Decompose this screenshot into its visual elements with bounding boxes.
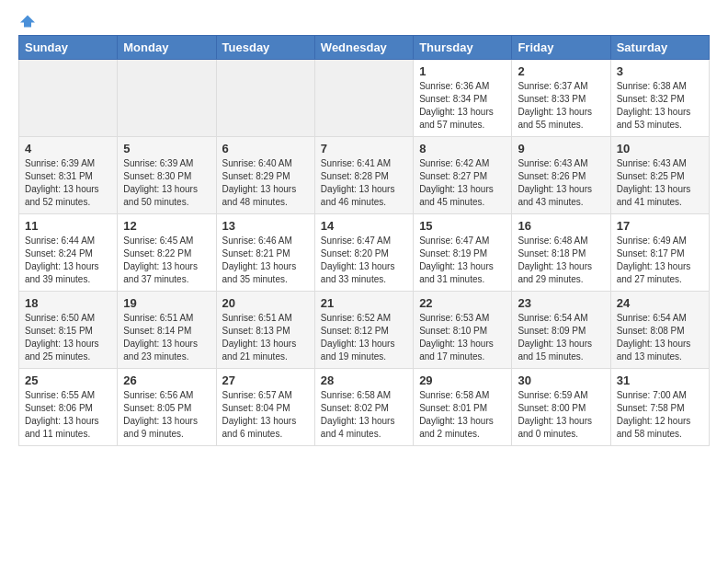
day-number: 24	[617, 296, 703, 310]
calendar-cell: 18Sunrise: 6:50 AM Sunset: 8:15 PM Dayli…	[19, 292, 118, 369]
calendar-cell: 21Sunrise: 6:52 AM Sunset: 8:12 PM Dayli…	[314, 292, 413, 369]
calendar-cell	[314, 60, 413, 137]
calendar-cell: 24Sunrise: 6:54 AM Sunset: 8:08 PM Dayli…	[610, 292, 709, 369]
calendar-cell: 8Sunrise: 6:42 AM Sunset: 8:27 PM Daylig…	[414, 137, 512, 214]
calendar-cell: 10Sunrise: 6:43 AM Sunset: 8:25 PM Dayli…	[610, 137, 709, 214]
calendar-cell: 26Sunrise: 6:56 AM Sunset: 8:05 PM Dayli…	[118, 369, 216, 446]
calendar-header-row: SundayMondayTuesdayWednesdayThursdayFrid…	[19, 36, 710, 60]
day-number: 22	[419, 296, 506, 310]
calendar-cell: 28Sunrise: 6:58 AM Sunset: 8:02 PM Dayli…	[314, 369, 413, 446]
day-detail: Sunrise: 6:49 AM Sunset: 8:17 PM Dayligh…	[617, 235, 703, 286]
calendar-cell: 22Sunrise: 6:53 AM Sunset: 8:10 PM Dayli…	[414, 292, 512, 369]
calendar-cell: 2Sunrise: 6:37 AM Sunset: 8:33 PM Daylig…	[512, 60, 610, 137]
day-detail: Sunrise: 6:55 AM Sunset: 8:06 PM Dayligh…	[25, 389, 111, 441]
day-number: 5	[123, 142, 210, 155]
day-detail: Sunrise: 6:53 AM Sunset: 8:10 PM Dayligh…	[419, 312, 506, 363]
day-number: 27	[222, 373, 309, 387]
day-number: 16	[518, 219, 604, 233]
calendar-header-sunday: Sunday	[19, 36, 118, 60]
calendar-header-thursday: Thursday	[414, 36, 512, 60]
day-number: 13	[222, 219, 309, 233]
day-detail: Sunrise: 6:54 AM Sunset: 8:08 PM Dayligh…	[617, 312, 703, 363]
calendar-cell: 29Sunrise: 6:58 AM Sunset: 8:01 PM Dayli…	[414, 369, 512, 446]
calendar-header-monday: Monday	[118, 36, 216, 60]
day-detail: Sunrise: 6:43 AM Sunset: 8:25 PM Dayligh…	[617, 157, 703, 209]
day-number: 2	[518, 64, 604, 78]
calendar-cell: 27Sunrise: 6:57 AM Sunset: 8:04 PM Dayli…	[216, 369, 314, 446]
calendar-cell: 20Sunrise: 6:51 AM Sunset: 8:13 PM Dayli…	[216, 292, 314, 369]
day-number: 11	[25, 219, 111, 233]
calendar-cell: 6Sunrise: 6:40 AM Sunset: 8:29 PM Daylig…	[216, 137, 314, 214]
day-number: 12	[123, 219, 210, 233]
day-detail: Sunrise: 6:52 AM Sunset: 8:12 PM Dayligh…	[321, 312, 407, 363]
day-number: 9	[518, 142, 604, 155]
day-detail: Sunrise: 6:42 AM Sunset: 8:27 PM Dayligh…	[419, 157, 506, 209]
calendar-cell: 5Sunrise: 6:39 AM Sunset: 8:30 PM Daylig…	[118, 137, 216, 214]
calendar-row-0: 1Sunrise: 6:36 AM Sunset: 8:34 PM Daylig…	[19, 60, 710, 137]
calendar-row-1: 4Sunrise: 6:39 AM Sunset: 8:31 PM Daylig…	[19, 137, 710, 214]
day-number: 25	[25, 373, 111, 387]
calendar-header-saturday: Saturday	[610, 36, 709, 60]
day-number: 7	[321, 142, 407, 155]
day-number: 15	[419, 219, 506, 233]
day-number: 6	[222, 142, 309, 155]
day-number: 4	[25, 142, 111, 155]
calendar-table: SundayMondayTuesdayWednesdayThursdayFrid…	[18, 35, 710, 446]
calendar-cell: 30Sunrise: 6:59 AM Sunset: 8:00 PM Dayli…	[512, 369, 610, 446]
calendar-cell: 19Sunrise: 6:51 AM Sunset: 8:14 PM Dayli…	[118, 292, 216, 369]
day-detail: Sunrise: 6:46 AM Sunset: 8:21 PM Dayligh…	[222, 235, 309, 286]
day-detail: Sunrise: 6:41 AM Sunset: 8:28 PM Dayligh…	[321, 157, 407, 209]
day-detail: Sunrise: 6:50 AM Sunset: 8:15 PM Dayligh…	[25, 312, 111, 363]
day-detail: Sunrise: 6:39 AM Sunset: 8:31 PM Dayligh…	[25, 157, 111, 209]
svg-marker-0	[20, 16, 35, 28]
day-detail: Sunrise: 6:39 AM Sunset: 8:30 PM Dayligh…	[123, 157, 210, 209]
day-detail: Sunrise: 7:00 AM Sunset: 7:58 PM Dayligh…	[617, 389, 703, 441]
calendar-cell: 23Sunrise: 6:54 AM Sunset: 8:09 PM Dayli…	[512, 292, 610, 369]
calendar-cell: 15Sunrise: 6:47 AM Sunset: 8:19 PM Dayli…	[414, 214, 512, 292]
calendar-cell	[19, 60, 118, 137]
day-number: 17	[617, 219, 703, 233]
day-detail: Sunrise: 6:58 AM Sunset: 8:02 PM Dayligh…	[321, 389, 407, 441]
day-number: 21	[321, 296, 407, 310]
calendar-cell	[216, 60, 314, 137]
day-number: 23	[518, 296, 604, 310]
logo-icon	[20, 15, 35, 28]
day-detail: Sunrise: 6:51 AM Sunset: 8:14 PM Dayligh…	[123, 312, 210, 363]
day-number: 29	[419, 373, 506, 387]
calendar-row-2: 11Sunrise: 6:44 AM Sunset: 8:24 PM Dayli…	[19, 214, 710, 292]
calendar-cell: 4Sunrise: 6:39 AM Sunset: 8:31 PM Daylig…	[19, 137, 118, 214]
calendar-header-wednesday: Wednesday	[314, 36, 413, 60]
day-number: 3	[617, 64, 703, 78]
day-detail: Sunrise: 6:43 AM Sunset: 8:26 PM Dayligh…	[518, 157, 604, 209]
calendar-cell: 11Sunrise: 6:44 AM Sunset: 8:24 PM Dayli…	[19, 214, 118, 292]
calendar-row-3: 18Sunrise: 6:50 AM Sunset: 8:15 PM Dayli…	[19, 292, 710, 369]
day-number: 18	[25, 296, 111, 310]
page-header	[18, 15, 710, 28]
calendar-cell	[118, 60, 216, 137]
calendar-cell: 31Sunrise: 7:00 AM Sunset: 7:58 PM Dayli…	[610, 369, 709, 446]
day-detail: Sunrise: 6:38 AM Sunset: 8:32 PM Dayligh…	[617, 80, 703, 132]
calendar-cell: 13Sunrise: 6:46 AM Sunset: 8:21 PM Dayli…	[216, 214, 314, 292]
day-number: 10	[617, 142, 703, 155]
day-number: 26	[123, 373, 210, 387]
day-detail: Sunrise: 6:44 AM Sunset: 8:24 PM Dayligh…	[25, 235, 111, 286]
day-detail: Sunrise: 6:47 AM Sunset: 8:19 PM Dayligh…	[419, 235, 506, 286]
calendar-header-friday: Friday	[512, 36, 610, 60]
day-detail: Sunrise: 6:48 AM Sunset: 8:18 PM Dayligh…	[518, 235, 604, 286]
calendar-cell: 1Sunrise: 6:36 AM Sunset: 8:34 PM Daylig…	[414, 60, 512, 137]
day-detail: Sunrise: 6:57 AM Sunset: 8:04 PM Dayligh…	[222, 389, 309, 441]
day-detail: Sunrise: 6:51 AM Sunset: 8:13 PM Dayligh…	[222, 312, 309, 363]
day-number: 8	[419, 142, 506, 155]
calendar-cell: 16Sunrise: 6:48 AM Sunset: 8:18 PM Dayli…	[512, 214, 610, 292]
calendar-cell: 17Sunrise: 6:49 AM Sunset: 8:17 PM Dayli…	[610, 214, 709, 292]
logo	[18, 15, 35, 28]
day-detail: Sunrise: 6:40 AM Sunset: 8:29 PM Dayligh…	[222, 157, 309, 209]
day-detail: Sunrise: 6:36 AM Sunset: 8:34 PM Dayligh…	[419, 80, 506, 132]
day-number: 30	[518, 373, 604, 387]
day-number: 31	[617, 373, 703, 387]
day-number: 20	[222, 296, 309, 310]
day-detail: Sunrise: 6:54 AM Sunset: 8:09 PM Dayligh…	[518, 312, 604, 363]
day-number: 28	[321, 373, 407, 387]
day-number: 14	[321, 219, 407, 233]
day-number: 1	[419, 64, 506, 78]
